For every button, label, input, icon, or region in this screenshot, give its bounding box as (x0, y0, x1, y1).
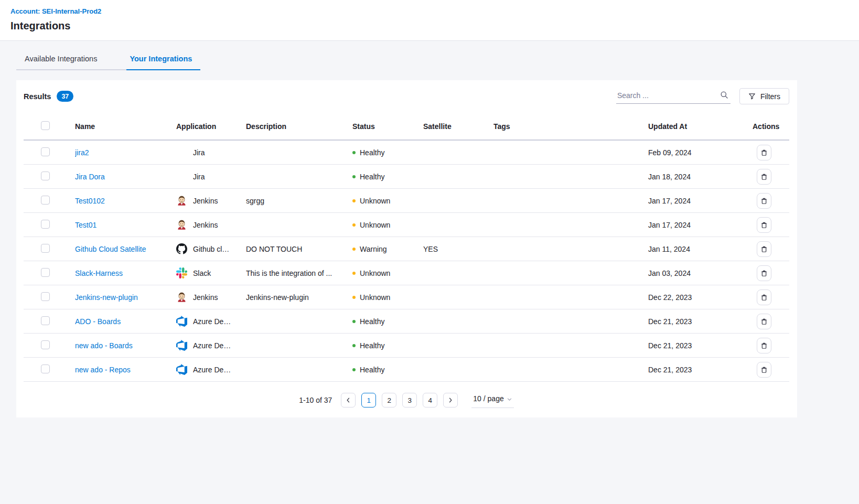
account-breadcrumb-link[interactable]: Account: SEI-Internal-Prod2 (10, 7, 101, 15)
top-header: Account: SEI-Internal-Prod2 Integrations (0, 0, 859, 41)
row-checkbox[interactable] (41, 147, 50, 156)
description-text: sgrgg (246, 197, 352, 205)
tab-available-integrations[interactable]: Available Integrations (16, 50, 126, 70)
status-text: Healthy (360, 173, 384, 181)
row-checkbox[interactable] (41, 316, 50, 325)
updated-at-value: Jan 17, 2024 (648, 221, 753, 229)
delete-integration-button[interactable] (757, 314, 771, 329)
status-text: Warning (360, 245, 387, 253)
delete-integration-button[interactable] (757, 241, 771, 257)
trash-icon (760, 197, 768, 205)
application-name: Azure DevO... (193, 317, 240, 326)
integration-name-link[interactable]: jira2 (75, 148, 89, 157)
row-checkbox[interactable] (41, 292, 50, 301)
application-name: Azure DevO... (193, 366, 240, 374)
integration-name-link[interactable]: Test01 (75, 221, 96, 229)
column-header-tags: Tags (493, 122, 648, 131)
search-icon (720, 91, 728, 99)
satellite-value: YES (423, 245, 493, 253)
description-text: This is the integration of ... (246, 269, 352, 277)
chevron-right-icon (447, 397, 454, 403)
application-name: Jenkins (193, 221, 224, 229)
trash-icon (760, 318, 768, 325)
application-name: Jenkins (193, 293, 224, 302)
jenkins-icon (176, 195, 187, 206)
search-input[interactable] (616, 89, 731, 104)
updated-at-value: Feb 09, 2024 (648, 148, 753, 157)
row-checkbox[interactable] (41, 268, 50, 277)
status-text: Unknown (360, 197, 390, 205)
delete-integration-button[interactable] (757, 289, 771, 305)
row-checkbox[interactable] (41, 196, 50, 205)
integration-name-link[interactable]: ADO - Boards (75, 317, 121, 326)
select-all-checkbox[interactable] (41, 121, 50, 130)
application-name: Github cloud (193, 245, 240, 253)
status-dot (352, 272, 356, 275)
pagination: 1-10 of 37 1234 10 / page (24, 382, 789, 411)
status-dot (352, 344, 356, 347)
column-header-updated-at: Updated At (648, 122, 753, 131)
previous-page-button[interactable] (341, 393, 356, 408)
status-text: Unknown (360, 269, 390, 277)
integration-name-link[interactable]: new ado - Boards (75, 341, 133, 350)
delete-integration-button[interactable] (757, 265, 771, 281)
jenkins-icon (176, 219, 187, 230)
row-checkbox[interactable] (41, 340, 50, 349)
pagination-range: 1-10 of 37 (299, 396, 332, 404)
tab-your-integrations[interactable]: Your Integrations (126, 50, 200, 70)
integration-name-link[interactable]: Test0102 (75, 197, 105, 205)
row-checkbox[interactable] (41, 220, 50, 229)
description-text: DO NOT TOUCH (246, 245, 352, 253)
integration-name-link[interactable]: new ado - Repos (75, 366, 131, 374)
application-name: Jenkins (193, 197, 224, 205)
next-page-button[interactable] (443, 393, 458, 408)
status-dot (352, 223, 356, 227)
delete-integration-button[interactable] (757, 169, 771, 185)
integration-name-link[interactable]: Jira Dora (75, 173, 105, 181)
page-button[interactable]: 3 (402, 393, 417, 408)
application-name: Slack (193, 269, 217, 277)
row-checkbox[interactable] (41, 244, 50, 253)
delete-integration-button[interactable] (757, 338, 771, 353)
integration-name-link[interactable]: Jenkins-new-plugin (75, 293, 138, 302)
status-dot (352, 175, 356, 178)
table-row: Test01 Jenkins Unknown Jan 17, 2024 (24, 213, 789, 237)
page-button[interactable]: 4 (423, 393, 437, 408)
filters-button[interactable]: Filters (739, 88, 789, 104)
integration-name-link[interactable]: Github Cloud Satellite (75, 245, 146, 253)
row-checkbox[interactable] (41, 364, 50, 373)
trash-icon (760, 149, 768, 156)
trash-icon (760, 294, 768, 301)
application-name: Azure DevO... (193, 341, 240, 350)
slack-icon (176, 267, 187, 278)
page-size-select[interactable]: 10 / page (471, 392, 513, 408)
search-box (616, 89, 731, 104)
status-dot (352, 151, 356, 154)
column-header-description: Description (246, 122, 352, 131)
status-text: Healthy (360, 317, 384, 326)
page-button[interactable]: 2 (382, 393, 396, 408)
delete-integration-button[interactable] (757, 193, 771, 209)
table-row: Jenkins-new-plugin Jenkins Jenkins-new-p… (24, 285, 789, 309)
table-row: Jira Dora Jira Healthy Jan 18, 2024 (24, 165, 789, 189)
delete-integration-button[interactable] (757, 217, 771, 233)
azure-devops-icon (176, 316, 187, 327)
page-size-value: 10 / page (473, 394, 503, 403)
updated-at-value: Jan 18, 2024 (648, 173, 753, 181)
status-dot (352, 296, 356, 299)
application-name: Jira (193, 173, 211, 181)
integrations-card: Results 37 Filters Name Application Desc… (16, 80, 797, 417)
row-checkbox[interactable] (41, 171, 50, 180)
integration-name-link[interactable]: Slack-Harness (75, 269, 123, 277)
table-row: ADO - Boards Azure DevO... Healthy Dec 2… (24, 309, 789, 334)
delete-integration-button[interactable] (757, 145, 771, 160)
github-icon (176, 243, 187, 254)
delete-integration-button[interactable] (757, 362, 771, 378)
page-button[interactable]: 1 (361, 393, 376, 408)
tab-bar: Available Integrations Your Integrations (16, 50, 859, 70)
trash-icon (760, 270, 768, 277)
updated-at-value: Jan 11, 2024 (648, 245, 753, 253)
trash-icon (760, 221, 768, 229)
jira-icon (176, 147, 187, 158)
table-body: jira2 Jira Healthy Feb 09, 2024 Jira Dor… (24, 141, 789, 382)
